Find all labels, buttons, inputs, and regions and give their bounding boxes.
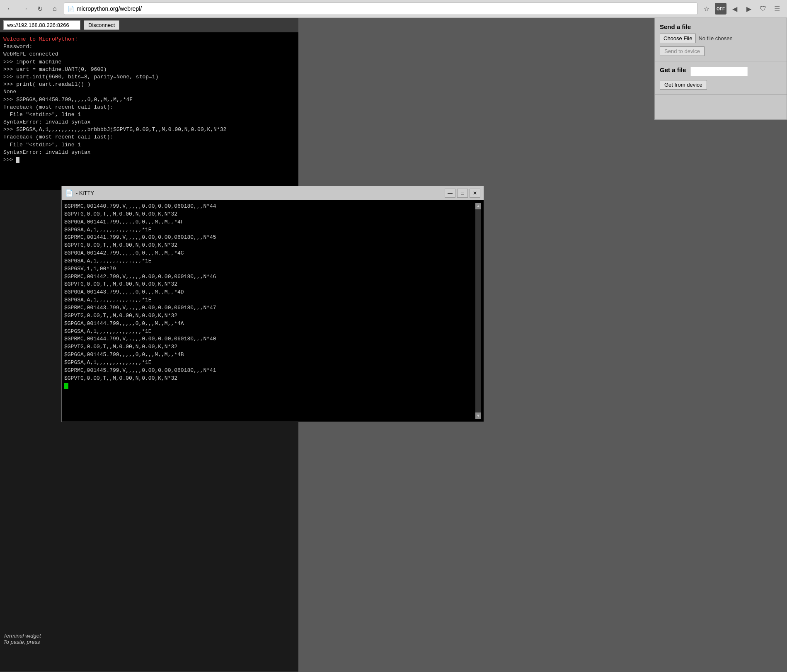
home-button[interactable]: ⌂ xyxy=(49,3,61,15)
terminal-line-11: SyntaxError: invalid syntax xyxy=(3,119,295,126)
browser-actions: ☆ OFF ◀ ▶ 🛡 ☰ xyxy=(701,3,783,15)
kitty-line: $GPGGA,001444.799,,,,,0,0,,,M,,M,,*4A xyxy=(64,320,475,328)
kitty-line: $GPGSA,A,1,,,,,,,,,,,,,,*1E xyxy=(64,296,475,304)
kitty-titlebar: 📄 - KiTTY — □ ✕ xyxy=(62,186,484,200)
disconnect-button[interactable]: Disconnect xyxy=(84,20,119,30)
terminal-cursor xyxy=(16,157,19,163)
kitty-minimize-button[interactable]: — xyxy=(445,189,455,198)
menu-button[interactable]: ☰ xyxy=(771,3,783,15)
kitty-line: $GPVTG,0.00,T,,M,0.00,N,0.00,K,N*32 xyxy=(64,375,475,383)
kitty-line: $GPGSA,A,1,,,,,,,,,,,,,,*1E xyxy=(64,257,475,265)
browser-nav2-button[interactable]: ▶ xyxy=(743,3,755,15)
kitty-scroll-up[interactable]: ▲ xyxy=(475,203,481,209)
terminal-line-welcome: Welcome to MicroPython! xyxy=(3,36,295,43)
kitty-line: $GPRMC,001443.799,V,,,,,0.00,0.00,060180… xyxy=(64,304,475,312)
kitty-title-left: 📄 - KiTTY xyxy=(65,189,94,197)
main-content: Disconnect Welcome to MicroPython! Passw… xyxy=(0,18,787,672)
kitty-line: $GPRMC,001445.799,V,,,,,0.00,0.00,060180… xyxy=(64,367,475,375)
kitty-line: $GPRMC,001442.799,V,,,,,0.00,0.00,060180… xyxy=(64,273,475,281)
kitty-line: $GPVTG,0.00,T,,M,0.00,N,0.00,K,N*32 xyxy=(64,312,475,320)
kitty-line: $GPGSV,1,1,00*79 xyxy=(64,265,475,273)
kitty-maximize-button[interactable]: □ xyxy=(457,189,468,198)
forward-button[interactable]: → xyxy=(19,3,31,15)
terminal-line-7: None xyxy=(3,88,295,96)
file-input-row: Choose File No file chosen xyxy=(660,34,782,43)
kitty-line: $GPVTG,0.00,T,,M,0.00,N,0.00,K,N*32 xyxy=(64,281,475,289)
terminal-line-3: >>> import machine xyxy=(3,58,295,66)
kitty-line: $GPRMC,001440.799,V,,,,,0.00,0.00,060180… xyxy=(64,203,475,211)
kitty-cursor-line xyxy=(64,382,475,390)
reload-button[interactable]: ↻ xyxy=(34,3,46,15)
kitty-close-button[interactable]: ✕ xyxy=(470,189,480,198)
ws-address-input[interactable] xyxy=(3,20,80,30)
kitty-line: $GPGGA,001441.799,,,,,0,0,,,M,,M,,*4F xyxy=(64,218,475,226)
kitty-scrollbar[interactable]: ▲ ▼ xyxy=(475,203,481,419)
get-file-title: Get a file xyxy=(660,66,686,73)
get-filename-input[interactable] xyxy=(690,67,748,76)
kitty-line: $GPVTG,0.00,T,,M,0.00,N,0.00,K,N*32 xyxy=(64,343,475,351)
kitty-line: $GPVTG,0.00,T,,M,0.00,N,0.00,K,N*32 xyxy=(64,211,475,218)
terminal-line-13: Traceback (most recent call last): xyxy=(3,133,295,141)
terminal-line-14: File "<stdin>", line 1 xyxy=(3,141,295,149)
addon-off-button[interactable]: OFF xyxy=(715,3,726,15)
kitty-line: $GPRMC,001441.799,V,,,,,0.00,0.00,060180… xyxy=(64,234,475,242)
terminal-line-1: Password: xyxy=(3,43,295,51)
bottom-hint-line2: To paste, press xyxy=(3,639,41,645)
url-bar[interactable] xyxy=(77,5,694,12)
url-icon: 📄 xyxy=(68,6,74,12)
browser-toolbar: ← → ↻ ⌂ 📄 ☆ OFF ◀ ▶ 🛡 ☰ xyxy=(0,0,787,18)
kitty-scroll-down[interactable]: ▼ xyxy=(475,412,481,419)
terminal-line-10: File "<stdin>", line 1 xyxy=(3,111,295,119)
terminal-line-12: >>> $GPGSA,A,1,,,,,,,,,,,,brbbbbJj$GPVTG… xyxy=(3,126,295,133)
kitty-title-text: - KiTTY xyxy=(76,190,94,196)
send-file-title: Send a file xyxy=(660,23,782,30)
kitty-app-icon: 📄 xyxy=(65,189,73,197)
kitty-line: $GPGGA,001445.799,,,,,0,0,,,M,,M,,*4B xyxy=(64,351,475,359)
kitty-line: $GPGSA,A,1,,,,,,,,,,,,,,*1E xyxy=(64,226,475,234)
terminal-line-9: Traceback (most recent call last): xyxy=(3,104,295,111)
kitty-line: $GPVTG,0.00,T,,M,0.00,N,0.00,K,N*32 xyxy=(64,242,475,250)
file-panel-bottom xyxy=(655,95,787,119)
browser-nav-button[interactable]: ◀ xyxy=(729,3,741,15)
terminal-line-8: >>> $GPGGA,001450.799,,,,,0,0,,M,,M,,*4F xyxy=(3,96,295,104)
terminal-output[interactable]: Welcome to MicroPython! Password: WebREP… xyxy=(0,32,298,190)
kitty-content[interactable]: $GPRMC,001440.799,V,,,,,0.00,0.00,060180… xyxy=(62,200,484,422)
terminal-line-15: SyntaxError: invalid syntax xyxy=(3,149,295,156)
terminal-line-4: >>> uart = machine.UART(0, 9600) xyxy=(3,66,295,73)
get-file-section: Get a file Get from device xyxy=(655,61,787,95)
kitty-line: $GPGSA,A,1,,,,,,,,,,,,,,*1E xyxy=(64,328,475,336)
send-to-device-button[interactable]: Send to device xyxy=(660,46,705,56)
kitty-cursor xyxy=(64,383,68,389)
webrepl-toolbar: Disconnect xyxy=(0,18,298,32)
kitty-line: $GPGGA,001442.799,,,,,0,0,,,M,,M,,*4C xyxy=(64,250,475,257)
terminal-line-prompt: >>> xyxy=(3,156,295,164)
no-file-label: No file chosen xyxy=(698,35,732,41)
shield-icon[interactable]: 🛡 xyxy=(757,3,769,15)
get-from-device-button[interactable]: Get from device xyxy=(660,80,707,90)
terminal-line-6: >>> print( uart.readall() ) xyxy=(3,81,295,88)
kitty-text-area[interactable]: $GPRMC,001440.799,V,,,,,0.00,0.00,060180… xyxy=(64,203,475,419)
bookmark-button[interactable]: ☆ xyxy=(701,3,712,15)
bottom-hint: Terminal widget To paste, press xyxy=(0,631,44,647)
kitty-line: $GPGGA,001443.799,,,,,0,0,,,M,,M,,*4D xyxy=(64,289,475,296)
terminal-line-5: >>> uart.init(9600, bits=8, parity=None,… xyxy=(3,73,295,81)
kitty-line: $GPGSA,A,1,,,,,,,,,,,,,,*1E xyxy=(64,359,475,367)
back-button[interactable]: ← xyxy=(4,3,16,15)
choose-file-button[interactable]: Choose File xyxy=(660,34,696,43)
file-panel: Send a file Choose File No file chosen S… xyxy=(654,18,787,120)
kitty-window: 📄 - KiTTY — □ ✕ $GPRMC,001440.799,V,,,,,… xyxy=(61,186,484,422)
url-bar-container: 📄 xyxy=(64,2,697,15)
browser-chrome: ← → ↻ ⌂ 📄 ☆ OFF ◀ ▶ 🛡 ☰ xyxy=(0,0,787,18)
kitty-line: $GPRMC,001444.799,V,,,,,0.00,0.00,060180… xyxy=(64,335,475,343)
terminal-line-2: WebREPL connected xyxy=(3,51,295,58)
send-file-section: Send a file Choose File No file chosen S… xyxy=(655,18,787,61)
bottom-hint-line1: Terminal widget xyxy=(3,633,41,639)
kitty-window-controls: — □ ✕ xyxy=(445,189,480,198)
